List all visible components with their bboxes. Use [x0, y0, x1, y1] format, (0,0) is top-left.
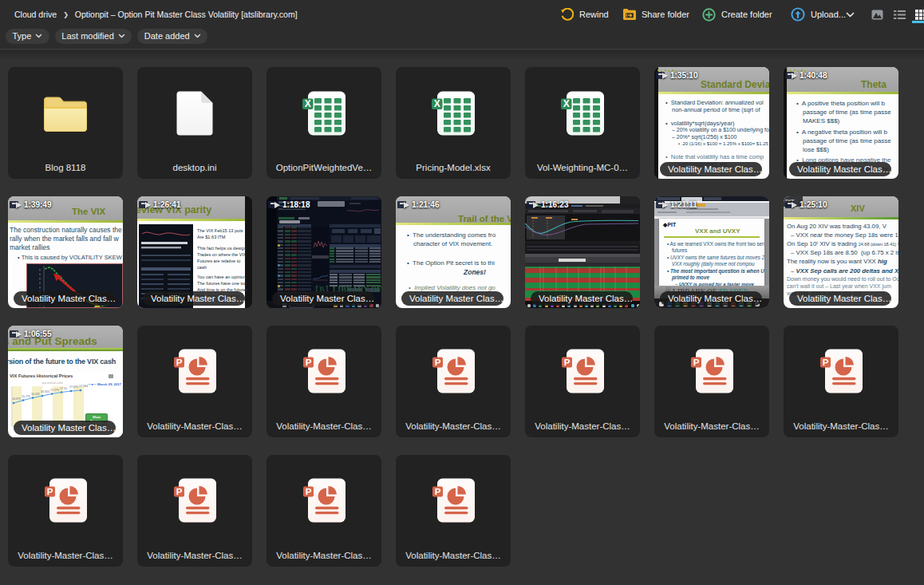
- svg-text:14.975: 14.975: [12, 397, 21, 401]
- svg-text:P: P: [822, 358, 828, 367]
- svg-text:17.675: 17.675: [69, 385, 78, 389]
- svg-text:P: P: [305, 358, 311, 367]
- svg-text:P: P: [176, 358, 182, 367]
- svg-text:P: P: [434, 487, 440, 496]
- svg-text:15.775: 15.775: [22, 395, 30, 398]
- svg-text:P: P: [434, 358, 440, 367]
- svg-text:X: X: [433, 98, 440, 109]
- svg-text:16.325: 16.325: [31, 393, 40, 396]
- svg-text:P: P: [176, 487, 182, 496]
- svg-text:16.925: 16.925: [41, 390, 49, 393]
- svg-text:X: X: [304, 98, 310, 109]
- svg-text:P: P: [305, 487, 311, 496]
- svg-text:P: P: [46, 487, 53, 496]
- svg-text:17.275: 17.275: [50, 389, 59, 392]
- svg-text:17.55: 17.55: [60, 387, 67, 390]
- svg-text:P: P: [563, 358, 570, 367]
- svg-text:P: P: [693, 358, 699, 367]
- svg-text:X: X: [563, 98, 569, 109]
- svg-text:17.584: 17.584: [79, 385, 88, 388]
